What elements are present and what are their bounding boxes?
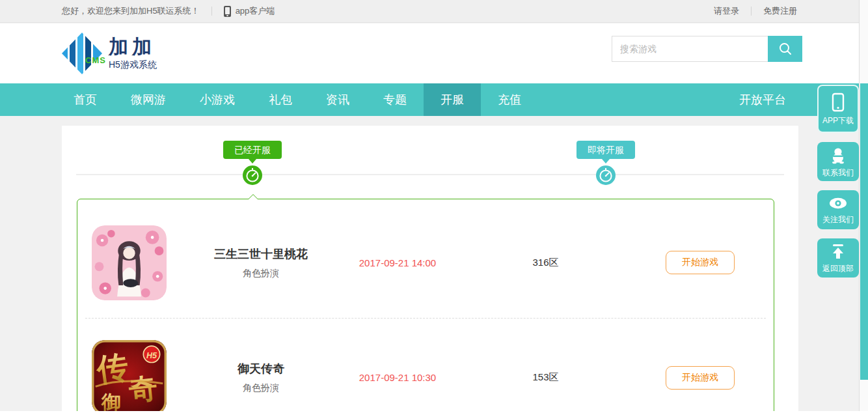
- phone-icon: [224, 6, 231, 17]
- stopwatch-icon-teal[interactable]: [596, 165, 616, 185]
- float-button-label: APP下载: [822, 115, 854, 126]
- app-download-button[interactable]: APP下载: [817, 85, 859, 133]
- server-zone: 316区: [440, 257, 651, 269]
- action-column: 开始游戏: [651, 251, 749, 274]
- nav-item-recharge[interactable]: 充值: [481, 83, 538, 116]
- game-genre: 角色扮演: [167, 382, 355, 394]
- nav-item-giftpacks[interactable]: 礼包: [252, 83, 309, 116]
- server-row: 三生三世十里桃花 角色扮演 2017-09-21 14:00 316区 开始游戏: [77, 207, 774, 318]
- tab-opening-soon[interactable]: 即将开服: [576, 141, 635, 159]
- float-button-label: 联系我们: [822, 167, 854, 178]
- logo-diamond-icon: CMS: [62, 33, 102, 74]
- tab-pointer: [249, 159, 256, 164]
- start-game-button[interactable]: 开始游戏: [666, 366, 735, 390]
- welcome-text: 您好，欢迎您来到加加H5联运系统！: [62, 5, 200, 17]
- search-input[interactable]: [612, 36, 768, 62]
- nav-item-minigames[interactable]: 小游戏: [183, 83, 252, 116]
- open-time: 2017-09-21 10:30: [355, 372, 440, 383]
- top-bar: 您好，欢迎您来到加加H5联运系统！ app客户端 请登录 免费注册: [0, 0, 859, 23]
- logo-text: 加加 H5游戏系统: [109, 36, 157, 71]
- divider: [211, 7, 212, 16]
- main-nav: 首页 微网游 小游戏 礼包 资讯 专题 开服 充值 开放平台: [0, 83, 859, 116]
- game-genre: 角色扮演: [167, 268, 355, 279]
- nav-item-open-platform[interactable]: 开放平台: [739, 83, 786, 116]
- game-name-column: 三生三世十里桃花 角色扮演: [167, 246, 355, 279]
- game-icon-legend[interactable]: 传 奇 御 H5: [92, 340, 167, 413]
- logo-subtitle: H5游戏系统: [109, 59, 157, 71]
- back-to-top-icon: [828, 242, 848, 261]
- action-column: 开始游戏: [651, 366, 749, 390]
- scrollbar-thumb[interactable]: [860, 83, 868, 380]
- nav-item-home[interactable]: 首页: [57, 83, 114, 116]
- game-icon-wrap: [77, 225, 167, 300]
- eye-icon: [828, 195, 848, 212]
- site-header: CMS 加加 H5游戏系统: [0, 23, 859, 83]
- floating-button-column: APP下载 联系我们 关注我们 返回顶部: [817, 85, 859, 287]
- float-button-label: 返回顶部: [822, 263, 854, 274]
- tab-already-opened[interactable]: 已经开服: [223, 141, 282, 159]
- svg-text:御: 御: [101, 392, 121, 413]
- scrollbar-track[interactable]: [859, 0, 868, 413]
- open-time: 2017-09-21 14:00: [355, 257, 440, 268]
- svg-text:奇: 奇: [127, 371, 159, 406]
- server-zone: 153区: [440, 371, 651, 384]
- login-link[interactable]: 请登录: [714, 5, 739, 17]
- server-list-panel: 三生三世十里桃花 角色扮演 2017-09-21 14:00 316区 开始游戏: [77, 199, 774, 413]
- app-client-link[interactable]: app客户端: [236, 5, 275, 17]
- search-button[interactable]: [768, 36, 802, 62]
- svg-text:H5: H5: [146, 351, 157, 360]
- game-name-column: 御天传奇 角色扮演: [167, 361, 355, 394]
- game-title[interactable]: 御天传奇: [167, 361, 355, 377]
- phone-icon: [830, 92, 847, 113]
- timeline-line: [76, 174, 784, 175]
- site-logo[interactable]: CMS 加加 H5游戏系统: [62, 33, 157, 74]
- tab-pointer: [602, 159, 610, 164]
- follow-us-button[interactable]: 关注我们: [817, 190, 859, 229]
- game-title[interactable]: 三生三世十里桃花: [167, 246, 355, 262]
- contact-us-button[interactable]: 联系我们: [817, 142, 859, 181]
- search-icon: [778, 41, 793, 57]
- qq-icon: [828, 145, 848, 165]
- divider: [751, 7, 752, 16]
- back-to-top-button[interactable]: 返回顶部: [817, 238, 859, 278]
- nav-item-topics[interactable]: 专题: [366, 83, 424, 116]
- nav-item-webgames[interactable]: 微网游: [114, 83, 183, 116]
- top-bar-right: 请登录 免费注册: [714, 5, 797, 17]
- content-card: 已经开服 即将开服: [62, 126, 798, 413]
- top-bar-left: 您好，欢迎您来到加加H5联运系统！ app客户端: [62, 5, 275, 17]
- game-icon-wrap: 传 奇 御 H5: [85, 340, 167, 413]
- nav-item-news[interactable]: 资讯: [309, 83, 366, 116]
- start-game-button[interactable]: 开始游戏: [666, 251, 735, 274]
- stopwatch-icon-green[interactable]: [243, 165, 262, 185]
- search-box: [612, 36, 802, 62]
- logo-title: 加加: [109, 36, 157, 57]
- register-link[interactable]: 免费注册: [763, 5, 797, 17]
- nav-item-server-open[interactable]: 开服: [424, 83, 481, 116]
- game-icon-peach-blossom[interactable]: [92, 225, 167, 300]
- float-button-label: 关注我们: [822, 214, 854, 225]
- server-row: 传 奇 御 H5 御天传奇 角色扮演 2017-09-21 10:30 153区…: [85, 318, 766, 413]
- logo-cms-badge: CMS: [85, 55, 106, 65]
